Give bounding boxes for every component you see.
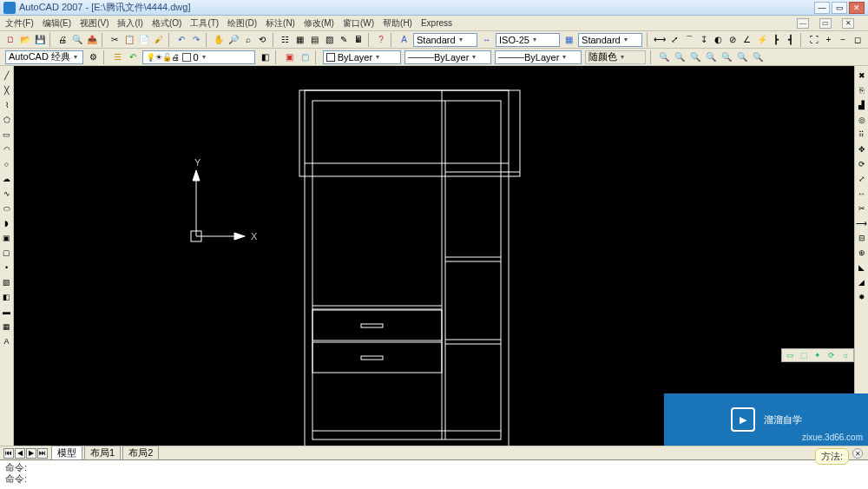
rect-icon[interactable]: ▭ (1, 129, 13, 141)
dimstyle-dropdown[interactable]: ISO-25 (496, 33, 560, 47)
array-icon[interactable]: ⠿ (856, 129, 868, 141)
doc-restore-button[interactable]: ▭ (819, 18, 832, 29)
menu-file[interactable]: 文件(F) (5, 17, 34, 30)
close-button[interactable]: ✕ (849, 2, 865, 14)
drawing-area[interactable]: ╱ ╳ ⌇ ⬠ ▭ ◠ ○ ☁ ∿ ⬭ ◗ ▣ ▢ • ▨ ◧ ▬ ▦ A ✖ … (0, 66, 868, 446)
menu-window[interactable]: 窗口(W) (343, 17, 374, 30)
dim-baseline-icon[interactable]: ┣ (770, 33, 783, 47)
menu-express[interactable]: Express (421, 18, 452, 28)
toolpalettes-icon[interactable]: ▤ (308, 33, 321, 47)
properties-icon[interactable]: ☷ (279, 33, 293, 47)
region-icon[interactable]: ▬ (1, 306, 13, 318)
minimize-button[interactable]: — (814, 2, 830, 14)
polygon-icon[interactable]: ⬠ (1, 114, 13, 126)
model-canvas[interactable]: Y X (14, 66, 854, 446)
menu-help[interactable]: 帮助(H) (383, 17, 412, 30)
table-icon[interactable]: ▦ (1, 320, 13, 333)
dim-aligned-icon[interactable]: ⤢ (668, 33, 681, 47)
dim-ordinate-icon[interactable]: ↧ (697, 33, 710, 47)
doc-min-button[interactable]: — (797, 18, 809, 29)
undo-icon[interactable]: ↶ (175, 33, 188, 47)
ellipsearc-icon[interactable]: ◗ (1, 217, 13, 229)
copyobj-icon[interactable]: ⎘ (856, 84, 868, 96)
break-icon[interactable]: ⊟ (856, 232, 868, 244)
menu-dimension[interactable]: 标注(N) (266, 17, 295, 30)
mtext-icon[interactable]: A (1, 335, 13, 347)
menu-tools[interactable]: 工具(T) (190, 17, 219, 30)
layer-dropdown[interactable]: 💡☀🔓🖨 0 (142, 50, 255, 64)
insert-block-icon[interactable]: ▢ (298, 50, 312, 64)
layer-iso-icon[interactable]: ◧ (258, 50, 272, 64)
mirror-icon[interactable]: ▟ (856, 99, 868, 111)
copy-icon[interactable]: 📋 (123, 33, 136, 47)
matchprop-icon[interactable]: 🖌 (152, 33, 165, 47)
hatch-icon[interactable]: ▨ (1, 276, 13, 288)
quickcalc-icon[interactable]: 🖩 (352, 33, 365, 47)
workspace-settings-icon[interactable]: ⚙ (86, 50, 100, 64)
offset-icon[interactable]: ◎ (856, 114, 868, 126)
tab-model[interactable]: 模型 (51, 446, 82, 460)
dim-radius-icon[interactable]: ◐ (712, 33, 725, 47)
pan-icon[interactable]: ✋ (213, 33, 226, 47)
zoom-out-icon[interactable]: − (837, 33, 850, 47)
move-icon[interactable]: ✥ (856, 143, 868, 155)
zoom7-icon[interactable]: 🔍 (751, 50, 765, 64)
plot-icon[interactable]: 🖨 (56, 33, 69, 47)
layer-props-icon[interactable]: ☰ (110, 50, 124, 64)
zoom6-icon[interactable]: 🔍 (735, 50, 749, 64)
dim-diameter-icon[interactable]: ⊘ (727, 33, 740, 47)
menu-view[interactable]: 视图(V) (80, 17, 108, 30)
menu-insert[interactable]: 插入(I) (117, 17, 142, 30)
menu-modify[interactable]: 修改(M) (304, 17, 334, 30)
vc-4-icon[interactable]: ⟳ (825, 350, 838, 360)
zoom2-icon[interactable]: 🔍 (673, 50, 687, 64)
lineweight-dropdown[interactable]: ——— ByLayer (495, 50, 582, 64)
zoom-in-icon[interactable]: + (822, 33, 835, 47)
dim-quick-icon[interactable]: ⚡ (755, 33, 768, 47)
circle-icon[interactable]: ○ (1, 158, 13, 170)
preview-icon[interactable]: 🔍 (71, 33, 84, 47)
revcloud-icon[interactable]: ☁ (1, 173, 13, 185)
command-window[interactable]: 方法: ✕ 命令: 命令: (0, 459, 868, 489)
menu-format[interactable]: 格式(O) (152, 17, 181, 30)
zoom4-icon[interactable]: 🔍 (704, 50, 718, 64)
dim-linear-icon[interactable]: ⟷ (654, 33, 667, 47)
zoom5-icon[interactable]: 🔍 (720, 50, 733, 64)
dimstyle-icon[interactable]: ↔ (480, 33, 493, 47)
linetype-dropdown[interactable]: ——— ByLayer (404, 50, 491, 64)
maximize-button[interactable]: ▭ (832, 2, 847, 14)
plotstyle-dropdown[interactable]: 随颜色 (585, 50, 646, 64)
open-icon[interactable]: 📂 (19, 33, 32, 47)
textstyle-icon[interactable]: A (398, 33, 411, 47)
new-icon[interactable]: 🗋 (4, 33, 17, 47)
arc-icon[interactable]: ◠ (1, 143, 13, 155)
tab-first-button[interactable]: ⏮ (3, 448, 14, 459)
tab-last-button[interactable]: ⏭ (37, 448, 48, 459)
help-icon[interactable]: ? (375, 33, 388, 47)
menu-draw[interactable]: 绘图(D) (227, 17, 257, 30)
tab-next-button[interactable]: ▶ (26, 448, 36, 459)
explode-icon[interactable]: ✸ (856, 291, 868, 303)
chamfer-icon[interactable]: ◣ (856, 261, 868, 274)
zoom3-icon[interactable]: 🔍 (688, 50, 702, 64)
menu-edit[interactable]: 编辑(E) (43, 17, 71, 30)
insertblk-icon[interactable]: ▣ (1, 232, 13, 244)
designcenter-icon[interactable]: ▦ (293, 33, 306, 47)
zoom-extents-icon[interactable]: ⛶ (807, 33, 820, 47)
save-icon[interactable]: 💾 (33, 33, 46, 47)
erase-icon[interactable]: ✖ (856, 69, 868, 82)
color-dropdown[interactable]: ByLayer (323, 50, 401, 64)
vc-5-icon[interactable]: ☼ (839, 350, 852, 360)
sheetset-icon[interactable]: ▧ (323, 33, 336, 47)
zoom-rt-icon[interactable]: 🔎 (227, 33, 240, 47)
vc-1-icon[interactable]: ▭ (784, 350, 796, 360)
xline-icon[interactable]: ╳ (1, 84, 13, 96)
layer-prev-icon[interactable]: ↶ (126, 50, 140, 64)
publish-icon[interactable]: 📤 (85, 33, 98, 47)
stretch-icon[interactable]: ↔ (856, 188, 868, 200)
makeblk-icon[interactable]: ▢ (1, 247, 13, 259)
dim-continue-icon[interactable]: ┫ (785, 33, 798, 47)
tab-prev-button[interactable]: ◀ (15, 448, 25, 459)
block-icon[interactable]: ▣ (282, 50, 296, 64)
tablestyle-dropdown[interactable]: Standard (578, 33, 642, 47)
